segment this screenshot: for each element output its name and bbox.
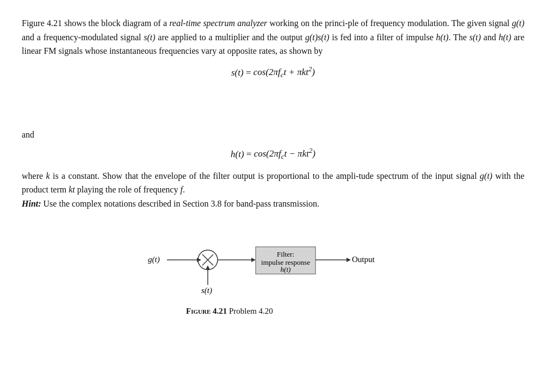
eq1-rhs: cos(2πfct + πkt2) — [253, 67, 315, 77]
equation2-block: h(t) = cos(2πfct − πkt2) — [22, 147, 524, 161]
hint-label: Hint: — [22, 199, 41, 208]
arrow-filter-output-head — [346, 258, 351, 262]
arrow-mult-filter-head — [251, 258, 256, 262]
eq2-rhs: cos(2πfct − πkt2) — [254, 148, 315, 159]
st-label: s(t) — [201, 286, 212, 295]
paragraph2: where k is a constant. Show that the env… — [22, 169, 524, 211]
figure-caption-text: Problem 4.20 — [227, 307, 273, 315]
arrow-input-head — [197, 258, 201, 262]
eq1-equals: = — [244, 67, 253, 77]
input-signal-label: g(t) — [148, 255, 160, 264]
text-kt: kt — [69, 185, 75, 194]
text-applied: are applied to a multiplier and the outp… — [156, 33, 305, 42]
filter-label3: h(t) — [281, 265, 291, 273]
eq1-lhs: s(t) — [231, 67, 244, 77]
text-gt: g(t) — [512, 18, 524, 28]
text-st: s(t) — [144, 33, 155, 42]
main-paragraph: Figure 4.21 shows the block diagram of a… — [22, 16, 524, 58]
text-constant: is a constant. Show that the envelope of… — [50, 171, 480, 181]
text-gtst: g(t)s(t) — [305, 33, 329, 42]
text-fed: is fed into a filter of impulse — [329, 33, 436, 42]
text-ht: h(t) — [436, 33, 449, 42]
text-italic-analyzer: real-time spectrum analyzer — [169, 18, 267, 28]
and-word: and — [22, 130, 524, 140]
arrow-st-head — [206, 265, 210, 270]
text-figure-ref: Figure 4.21 shows the block diagram of a — [22, 18, 169, 28]
eq2-equals: = — [244, 148, 254, 159]
diagram-svg: g(t) Filter: impulse response h(t) Outpu… — [137, 231, 409, 301]
hint-text: Use the complex notations described in S… — [41, 199, 319, 208]
text-role: playing the role of frequency — [75, 185, 181, 194]
text-and2: and — [481, 33, 499, 42]
filter-label1: Filter: — [277, 250, 294, 258]
output-label: Output — [352, 255, 375, 264]
text-where: where — [22, 171, 46, 181]
text-gt2: g(t) — [480, 171, 492, 181]
text-working: working on the princi-ple of frequency m… — [267, 18, 512, 28]
text-the: . The — [449, 33, 469, 42]
text-ht2: h(t) — [499, 33, 511, 42]
text-and-freq: and a frequency-modulated signal — [22, 33, 144, 42]
eq2-lhs: h(t) — [231, 148, 244, 159]
text-period: . — [183, 185, 185, 194]
figure-caption: Figure 4.21 Problem 4.20 — [132, 307, 414, 316]
text-st2: s(t) — [469, 33, 481, 42]
equation1-block: s(t) = cos(2πfct + πkt2) — [22, 66, 524, 80]
figure-number: Figure 4.21 — [186, 307, 227, 315]
text-k: k — [46, 171, 50, 181]
block-diagram: g(t) Filter: impulse response h(t) Outpu… — [132, 231, 414, 316]
